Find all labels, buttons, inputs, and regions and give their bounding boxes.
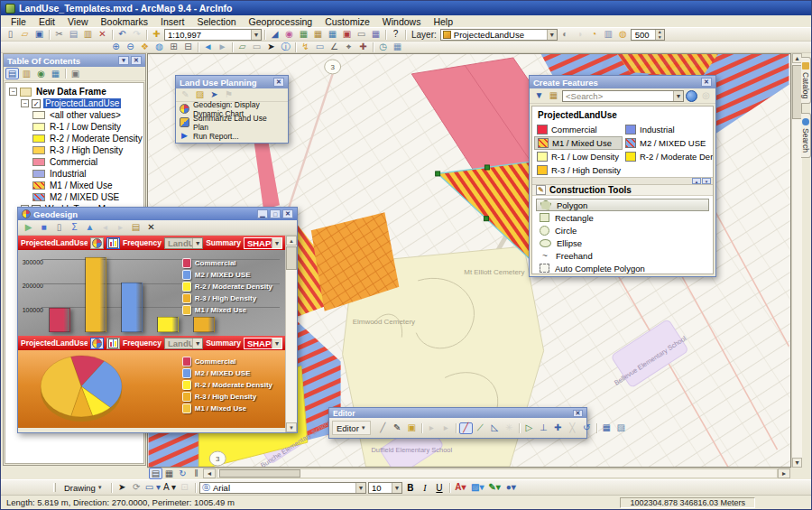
summary-combo[interactable]: SHAPE_Area▼: [244, 237, 282, 249]
chart-report-icon[interactable]: ▤: [129, 222, 143, 234]
measure-icon[interactable]: ∠: [328, 42, 341, 53]
identify-icon[interactable]: ⓘ: [279, 42, 292, 53]
close-icon[interactable]: ✕: [131, 56, 142, 65]
close-icon[interactable]: ✕: [282, 209, 293, 218]
editor-sketch-icon[interactable]: ◢: [268, 29, 281, 41]
scroll-down-icon[interactable]: ▾: [792, 458, 802, 468]
bar-chart-button[interactable]: [106, 237, 120, 249]
chevron-down-icon[interactable]: ▼: [251, 30, 261, 40]
close-chart-icon[interactable]: ✕: [144, 222, 158, 234]
maximize-icon[interactable]: □: [270, 209, 281, 218]
summary-combo[interactable]: SHAPE_Area▼: [244, 338, 282, 349]
undo-icon[interactable]: ↶: [115, 29, 129, 41]
toc-item-r-1-low-density[interactable]: R-1 / Low Density: [5, 121, 143, 133]
flag-plan-icon[interactable]: ⚑: [222, 89, 235, 101]
back-extent-icon[interactable]: ◄: [201, 42, 215, 53]
feature-template-r-1-low-density[interactable]: R-1 / Low Density: [534, 150, 623, 163]
toc-options-icon[interactable]: ▣: [69, 68, 82, 79]
construction-tool-circle[interactable]: Circle: [536, 224, 709, 236]
data-view-icon[interactable]: ▤: [149, 468, 162, 479]
rotate-tool-icon[interactable]: ↺: [580, 422, 594, 434]
open-folder-icon[interactable]: ▱: [18, 29, 32, 41]
attributes-icon[interactable]: ▦: [600, 422, 614, 434]
scale-combo[interactable]: 1:10,997 ▼: [164, 29, 262, 41]
visibility-checkbox[interactable]: ✓: [32, 99, 41, 108]
copy-icon[interactable]: ▤: [67, 29, 80, 41]
redo-chart-icon[interactable]: ▸: [114, 222, 127, 234]
hyperlink-icon[interactable]: ↯: [299, 42, 312, 53]
sort-ascending-icon[interactable]: ▲: [83, 222, 97, 234]
cut-polygons-icon[interactable]: ⊥: [537, 422, 550, 434]
stop-chart-icon[interactable]: ■: [37, 222, 51, 234]
search-go-icon[interactable]: [686, 90, 697, 102]
expand-up-icon[interactable]: ▴: [692, 178, 701, 184]
toolbar-grip[interactable]: [53, 483, 56, 492]
html-popup-icon[interactable]: ▭: [313, 42, 327, 53]
select-features-icon[interactable]: ▱: [235, 42, 249, 53]
sketch-properties-icon[interactable]: ▨: [614, 422, 628, 434]
toc-item-all-other-values[interactable]: <all other values>: [5, 109, 143, 121]
frequency-combo[interactable]: LandUseType▼: [164, 237, 203, 249]
point-tool-icon[interactable]: ⟋: [474, 422, 487, 434]
scroll-thumb[interactable]: [286, 246, 297, 270]
menu-file[interactable]: File: [5, 16, 32, 27]
feature-template-industrial[interactable]: Industrial: [623, 123, 711, 136]
chevron-down-icon[interactable]: ▼: [547, 30, 557, 40]
arrange-templates-icon[interactable]: ▼: [532, 90, 546, 102]
toc-item-new-data-frame[interactable]: −New Data Frame: [5, 86, 143, 97]
scroll-track[interactable]: [286, 246, 297, 422]
menu-customize[interactable]: Customize: [318, 16, 376, 27]
feature-template-r-2-moderate-density[interactable]: R-2 / Moderate Density: [623, 150, 711, 163]
feature-template-r-3-high-density[interactable]: R-3 / High Density: [534, 163, 623, 177]
menu-bookmarks[interactable]: Bookmarks: [95, 16, 155, 27]
menu-windows[interactable]: Windows: [376, 16, 428, 27]
new-template-icon[interactable]: ▦: [547, 90, 560, 102]
create-viewer-window-icon[interactable]: ▦: [391, 42, 404, 53]
find-template-icon[interactable]: ◎: [699, 90, 713, 102]
bar-chart-button[interactable]: [106, 338, 120, 349]
undo-chart-icon[interactable]: ◂: [98, 222, 112, 234]
bar-r-3-high-density[interactable]: [193, 317, 215, 332]
scroll-down-icon[interactable]: ▼: [286, 422, 297, 432]
edit-vertices-icon[interactable]: ⊡: [178, 482, 191, 494]
catalog-panel-icon[interactable]: ▦: [311, 29, 325, 41]
zoom-out-icon[interactable]: ⊖: [124, 42, 137, 53]
search-panel-icon[interactable]: ▦: [326, 29, 339, 41]
feature-template-m1-mixed-use[interactable]: M1 / Mixed Use: [534, 136, 623, 150]
sketch-trace-icon[interactable]: ▣: [405, 422, 419, 434]
frequency-combo[interactable]: LandUseType▼: [164, 338, 203, 349]
list-by-source-icon[interactable]: ▥: [20, 68, 33, 79]
go-to-xy-icon[interactable]: ✚: [356, 42, 370, 53]
pie-chart-button[interactable]: [90, 237, 104, 249]
bar-commercial[interactable]: [49, 308, 70, 332]
clear-selected-features-icon[interactable]: ▭: [250, 42, 263, 53]
run-chart-icon[interactable]: ▶: [22, 222, 35, 234]
panel-splitter[interactable]: ▴ ▾: [532, 177, 713, 185]
bar-m1-mixed-use[interactable]: [85, 257, 106, 332]
rotate-element-icon[interactable]: ⟳: [130, 482, 143, 494]
text-tool-icon[interactable]: A ▾: [162, 482, 177, 494]
fill-color-icon[interactable]: ▨▾: [470, 482, 484, 494]
flicker-icon[interactable]: ◍: [616, 29, 630, 41]
tab-search[interactable]: Search: [801, 113, 811, 158]
cut-icon[interactable]: ✂: [52, 29, 66, 41]
scroll-right-icon[interactable]: ▸: [778, 468, 790, 478]
drawing-menu-button[interactable]: Drawing▼: [60, 481, 107, 494]
collapse-icon[interactable]: −: [9, 88, 17, 96]
swipe-layer-icon[interactable]: ▥: [602, 29, 615, 41]
menu-selection[interactable]: Selection: [190, 16, 242, 27]
editor-menu-button[interactable]: Editor▼: [332, 421, 371, 435]
pie-chart-button[interactable]: [90, 338, 104, 349]
toc-item-m1-mixed-use[interactable]: M1 / Mixed Use: [5, 180, 143, 191]
find-icon[interactable]: ⌖: [342, 42, 355, 53]
shape-tool-icon[interactable]: ▭ ▾: [144, 482, 161, 494]
fixed-zoom-out-icon[interactable]: ⊟: [181, 42, 195, 53]
add-data-icon[interactable]: ✚: [150, 29, 163, 41]
new-chart-icon[interactable]: ▯: [52, 222, 66, 234]
menu-edit[interactable]: Edit: [32, 16, 61, 27]
zoom-in-icon[interactable]: ⊕: [109, 42, 123, 53]
redo-icon[interactable]: ↷: [130, 29, 143, 41]
font-combo[interactable]: ⓐ Arial ▼: [199, 482, 366, 494]
toc-item-industrial[interactable]: Industrial: [5, 168, 143, 180]
line-color-icon[interactable]: ✎▾: [487, 482, 501, 494]
